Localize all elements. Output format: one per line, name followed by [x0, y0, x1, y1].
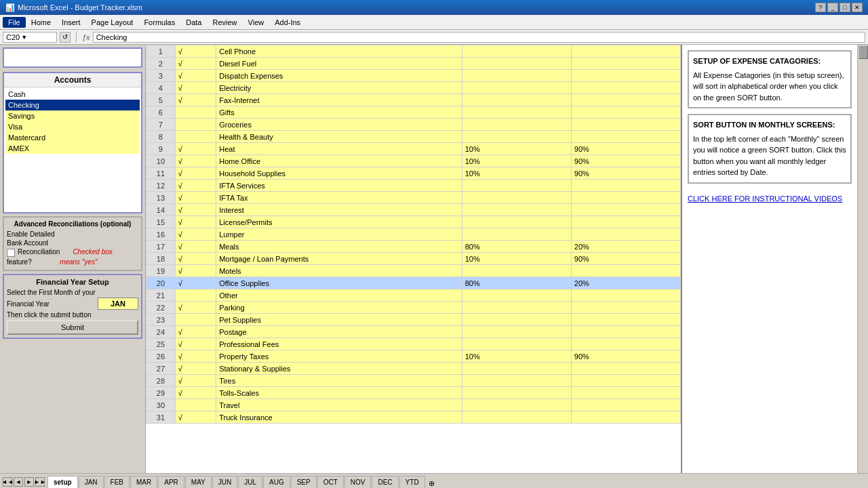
- pct-col-c[interactable]: 80%: [462, 277, 571, 289]
- account-empty-1[interactable]: [5, 154, 140, 163]
- account-empty-3[interactable]: [5, 173, 140, 182]
- category-cell[interactable]: Fax-Internet: [216, 94, 462, 106]
- sheet-tab-jul[interactable]: JUL: [238, 476, 262, 488]
- table-row[interactable]: 10 √ Home Office 10% 90%: [146, 155, 681, 167]
- table-row[interactable]: 6 Gifts: [146, 106, 681, 119]
- category-cell[interactable]: Dispatch Expenses: [216, 70, 462, 82]
- table-row[interactable]: 26 √ Property Taxes 10% 90%: [146, 350, 681, 363]
- pct-col-d[interactable]: 20%: [571, 277, 680, 289]
- pct-col-d[interactable]: [571, 302, 680, 314]
- check-cell[interactable]: √: [175, 143, 216, 155]
- pct-col-d[interactable]: 20%: [571, 241, 680, 253]
- check-cell[interactable]: √: [175, 375, 216, 387]
- pct-col-c[interactable]: [462, 375, 571, 387]
- account-empty-4[interactable]: [5, 182, 140, 192]
- check-cell[interactable]: √: [175, 387, 216, 399]
- check-cell[interactable]: √: [175, 265, 216, 277]
- account-visa[interactable]: Visa: [5, 121, 140, 132]
- pct-col-c[interactable]: [462, 326, 571, 338]
- table-row[interactable]: 29 √ Tolls-Scales: [146, 387, 681, 399]
- account-checking[interactable]: Checking: [5, 100, 140, 110]
- pct-col-c[interactable]: [462, 338, 571, 350]
- pct-col-d[interactable]: 90%: [571, 155, 680, 167]
- table-row[interactable]: 11 √ Household Supplies 10% 90%: [146, 167, 681, 180]
- pct-col-d[interactable]: [571, 216, 680, 228]
- pct-col-d[interactable]: [571, 119, 680, 131]
- cell-ref-dropdown[interactable]: ▼: [21, 34, 27, 41]
- tab-nav[interactable]: ◄◄ ◄ ► ►►: [3, 477, 45, 488]
- account-empty-6[interactable]: [5, 201, 140, 211]
- table-row[interactable]: 31 √ Truck Insurance: [146, 411, 681, 424]
- menu-view[interactable]: View: [243, 17, 270, 28]
- pct-col-c[interactable]: [462, 228, 571, 241]
- sheet-tab-jun[interactable]: JUN: [212, 476, 237, 488]
- category-cell[interactable]: Pet Supplies: [216, 314, 462, 326]
- top-input-box[interactable]: [3, 47, 142, 68]
- menu-home[interactable]: Home: [26, 17, 56, 28]
- pct-col-d[interactable]: [571, 265, 680, 277]
- table-row[interactable]: 15 √ License/Permits: [146, 216, 681, 228]
- check-cell[interactable]: √: [175, 216, 216, 228]
- pct-col-d[interactable]: [571, 338, 680, 350]
- pct-col-c[interactable]: [462, 387, 571, 399]
- check-cell[interactable]: √: [175, 82, 216, 94]
- category-cell[interactable]: Office Supplies: [216, 277, 462, 289]
- check-cell[interactable]: √: [175, 241, 216, 253]
- category-cell[interactable]: Groceries: [216, 119, 462, 131]
- sheet-tab-may[interactable]: MAY: [185, 476, 212, 488]
- pct-col-c[interactable]: [462, 82, 571, 94]
- table-row[interactable]: 25 √ Professional Fees: [146, 338, 681, 350]
- pct-col-d[interactable]: [571, 289, 680, 302]
- category-cell[interactable]: IFTA Services: [216, 180, 462, 192]
- tab-first-button[interactable]: ◄◄: [3, 477, 12, 487]
- pct-col-d[interactable]: 90%: [571, 167, 680, 180]
- account-mastercard[interactable]: Mastercard: [5, 132, 140, 143]
- category-cell[interactable]: Other: [216, 289, 462, 302]
- sheet-tab-mar[interactable]: MAR: [130, 476, 157, 488]
- category-cell[interactable]: Tolls-Scales: [216, 387, 462, 399]
- pct-col-c[interactable]: [462, 45, 571, 58]
- menu-data[interactable]: Data: [180, 17, 207, 28]
- pct-col-d[interactable]: [571, 45, 680, 58]
- category-cell[interactable]: Diesel Fuel: [216, 58, 462, 70]
- pct-col-d[interactable]: [571, 94, 680, 106]
- pct-col-c[interactable]: [462, 314, 571, 326]
- tab-scroll-indicator[interactable]: ⊕: [429, 479, 435, 488]
- check-cell[interactable]: √: [175, 253, 216, 265]
- pct-col-d[interactable]: [571, 131, 680, 143]
- category-cell[interactable]: Stationary & Supplies: [216, 363, 462, 375]
- category-cell[interactable]: Mortgage / Loan Payments: [216, 253, 462, 265]
- sheet-tab-ytd[interactable]: YTD: [399, 476, 425, 488]
- check-cell[interactable]: √: [175, 167, 216, 180]
- pct-col-d[interactable]: [571, 326, 680, 338]
- formula-input[interactable]: [93, 32, 865, 43]
- pct-col-d[interactable]: [571, 106, 680, 119]
- table-row[interactable]: 7 Groceries: [146, 119, 681, 131]
- pct-col-d[interactable]: [571, 399, 680, 411]
- check-cell[interactable]: √: [175, 204, 216, 216]
- check-cell[interactable]: [175, 131, 216, 143]
- pct-col-c[interactable]: 10%: [462, 253, 571, 265]
- category-cell[interactable]: Professional Fees: [216, 338, 462, 350]
- pct-col-d[interactable]: [571, 180, 680, 192]
- table-row[interactable]: 28 √ Tires: [146, 375, 681, 387]
- pct-col-c[interactable]: 10%: [462, 155, 571, 167]
- table-row[interactable]: 24 √ Postage: [146, 326, 681, 338]
- check-cell[interactable]: √: [175, 302, 216, 314]
- check-cell[interactable]: [175, 314, 216, 326]
- check-cell[interactable]: √: [175, 363, 216, 375]
- check-cell[interactable]: [175, 289, 216, 302]
- pct-col-c[interactable]: 10%: [462, 350, 571, 363]
- category-cell[interactable]: Health & Beauty: [216, 131, 462, 143]
- table-row[interactable]: 17 √ Meals 80% 20%: [146, 241, 681, 253]
- table-row[interactable]: 30 Travel: [146, 399, 681, 411]
- category-cell[interactable]: Tires: [216, 375, 462, 387]
- pct-col-c[interactable]: [462, 106, 571, 119]
- recon-checkbox[interactable]: [7, 249, 15, 257]
- pct-col-d[interactable]: [571, 204, 680, 216]
- pct-col-c[interactable]: [462, 119, 571, 131]
- check-cell[interactable]: √: [175, 94, 216, 106]
- check-cell[interactable]: √: [175, 180, 216, 192]
- category-cell[interactable]: Household Supplies: [216, 167, 462, 180]
- tab-prev-button[interactable]: ◄: [14, 477, 23, 487]
